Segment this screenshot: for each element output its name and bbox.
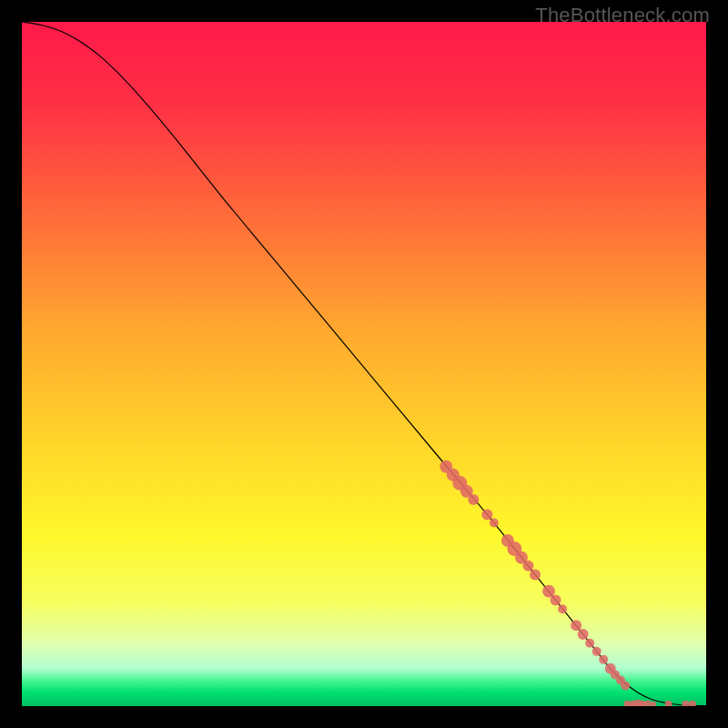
watermark-text: TheBottleneck.com bbox=[535, 4, 710, 27]
highlight-dot bbox=[592, 647, 602, 656]
gradient-background bbox=[22, 22, 706, 706]
plot-area bbox=[22, 22, 706, 706]
chart-container: TheBottleneck.com bbox=[0, 0, 728, 728]
chart-svg bbox=[22, 22, 706, 706]
highlight-dot bbox=[621, 681, 630, 690]
highlight-dot bbox=[522, 561, 533, 571]
highlight-dot bbox=[481, 509, 492, 520]
highlight-dot bbox=[599, 655, 608, 664]
highlight-dot bbox=[585, 639, 594, 648]
highlight-dot bbox=[490, 518, 499, 527]
highlight-dot bbox=[468, 494, 479, 505]
highlight-dot bbox=[558, 604, 567, 613]
highlight-dot bbox=[551, 594, 561, 605]
highlight-dot bbox=[571, 620, 581, 631]
highlight-dot bbox=[578, 629, 589, 640]
highlight-dot bbox=[530, 570, 541, 581]
